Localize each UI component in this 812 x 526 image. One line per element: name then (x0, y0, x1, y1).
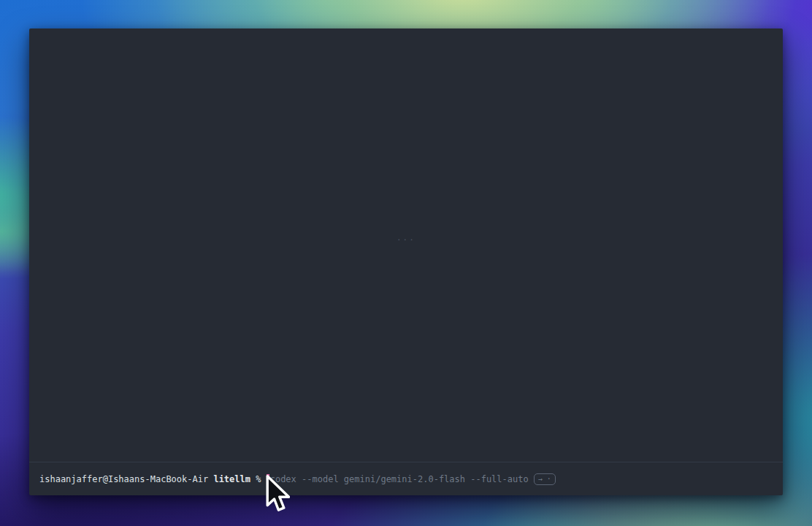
command-prompt: ishaanjaffer@Ishaans-MacBook-Air litellm… (39, 473, 556, 485)
terminal-scrollback: ··· (29, 28, 783, 462)
autosuggestion-text: codex --model gemini/gemini-2.0-flash --… (270, 473, 529, 485)
text-caret (267, 474, 269, 484)
accept-suggestion-hint: → · (534, 473, 556, 485)
prompt-user-host: ishaanjaffer@Ishaans-MacBook-Air (39, 473, 213, 485)
terminal-prompt-line[interactable]: ishaanjaffer@Ishaans-MacBook-Air litellm… (29, 462, 783, 495)
prompt-symbol: % (250, 473, 267, 485)
prompt-directory: litellm (213, 473, 250, 485)
loading-indicator: ··· (397, 235, 415, 245)
terminal-window[interactable]: ··· ishaanjaffer@Ishaans-MacBook-Air lit… (29, 28, 783, 495)
